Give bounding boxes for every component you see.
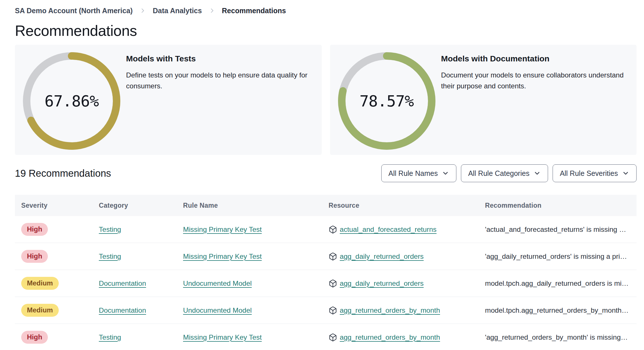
recommendations-count: 19 Recommendations xyxy=(15,168,111,179)
resource-link[interactable]: agg_daily_returned_orders xyxy=(340,252,424,260)
cube-icon xyxy=(329,225,337,234)
chevron-right-icon xyxy=(140,7,146,14)
models-with-tests-card: 67.86% Models with Tests Define tests on… xyxy=(15,45,322,155)
filter-label: All Rule Categories xyxy=(468,169,529,178)
severity-badge: Medium xyxy=(21,304,59,317)
filter-bar: All Rule Names All Rule Categories All R… xyxy=(381,164,637,182)
filter-label: All Rule Names xyxy=(388,169,438,178)
tests-coverage-percent: 67.86% xyxy=(23,52,120,150)
rule-name-link[interactable]: Missing Primary Key Test xyxy=(183,225,262,233)
category-link[interactable]: Documentation xyxy=(99,306,146,314)
category-link[interactable]: Testing xyxy=(99,252,121,260)
models-with-documentation-card: 78.57% Models with Documentation Documen… xyxy=(330,45,637,155)
filter-label: All Rule Severities xyxy=(560,169,618,178)
breadcrumb: SA Demo Account (North America) Data Ana… xyxy=(15,6,637,15)
severity-badge: High xyxy=(21,250,48,263)
documentation-coverage-donut-chart: 78.57% xyxy=(338,52,435,150)
breadcrumb-item-data-analytics[interactable]: Data Analytics xyxy=(153,7,202,15)
column-header-rule-name: Rule Name xyxy=(183,202,329,209)
filter-rule-categories-dropdown[interactable]: All Rule Categories xyxy=(461,164,548,182)
chevron-right-icon xyxy=(209,7,215,14)
category-link[interactable]: Testing xyxy=(99,225,121,233)
rule-name-link[interactable]: Undocumented Model xyxy=(183,279,252,287)
filter-rule-severities-dropdown[interactable]: All Rule Severities xyxy=(553,164,637,182)
recommendation-text: model.tpch.agg_daily_returned_orders is … xyxy=(485,279,630,287)
column-header-severity: Severity xyxy=(21,202,99,209)
cube-icon xyxy=(329,252,337,261)
category-link[interactable]: Testing xyxy=(99,333,121,341)
category-link[interactable]: Documentation xyxy=(99,279,146,287)
breadcrumb-item-account[interactable]: SA Demo Account (North America) xyxy=(15,7,133,15)
severity-badge: High xyxy=(21,331,48,344)
rule-name-link[interactable]: Missing Primary Key Test xyxy=(183,252,262,260)
table-header-row: Severity Category Rule Name Resource Rec… xyxy=(15,195,637,216)
breadcrumb-item-current: Recommendations xyxy=(222,7,286,15)
table-row: High Testing Missing Primary Key Test ag… xyxy=(15,243,637,270)
chevron-down-icon xyxy=(442,170,449,177)
cube-icon xyxy=(329,306,337,315)
page-title: Recommendations xyxy=(15,22,637,39)
severity-badge: High xyxy=(21,223,48,236)
resource-link[interactable]: agg_daily_returned_orders xyxy=(340,279,424,287)
documentation-coverage-percent: 78.57% xyxy=(338,52,435,150)
rule-name-link[interactable]: Missing Primary Key Test xyxy=(183,333,262,341)
table-row: Medium Documentation Undocumented Model … xyxy=(15,297,637,324)
recommendations-page: SA Demo Account (North America) Data Ana… xyxy=(0,0,644,350)
recommendation-text: model.tpch.agg_returned_orders_by_month … xyxy=(485,306,630,314)
recommendation-text: 'actual_and_forecasted_returns' is missi… xyxy=(485,225,630,234)
card-description: Document your models to ensure collabora… xyxy=(441,70,625,92)
card-description: Define tests on your models to help ensu… xyxy=(126,70,310,92)
recommendations-table: Severity Category Rule Name Resource Rec… xyxy=(15,195,637,350)
chevron-down-icon xyxy=(533,170,541,177)
column-header-recommendation: Recommendation xyxy=(485,202,630,209)
chevron-down-icon xyxy=(622,170,629,177)
resource-link[interactable]: actual_and_forecasted_returns xyxy=(340,225,437,234)
list-header: 19 Recommendations All Rule Names All Ru… xyxy=(15,164,637,182)
table-row: Medium Documentation Undocumented Model … xyxy=(15,270,637,297)
summary-cards: 67.86% Models with Tests Define tests on… xyxy=(15,45,637,155)
column-header-resource: Resource xyxy=(329,202,485,209)
table-row: High Testing Missing Primary Key Test ac… xyxy=(15,216,637,243)
resource-link[interactable]: agg_returned_orders_by_month xyxy=(340,306,440,314)
column-header-category: Category xyxy=(99,202,183,209)
card-title-models-with-tests: Models with Tests xyxy=(126,54,310,63)
table-row: High Testing Missing Primary Key Test ag… xyxy=(15,324,637,350)
recommendation-text: 'agg_daily_returned_orders' is missing a… xyxy=(485,252,630,260)
cube-icon xyxy=(329,279,337,288)
resource-link[interactable]: agg_returned_orders_by_month xyxy=(340,333,440,341)
filter-rule-names-dropdown[interactable]: All Rule Names xyxy=(381,164,456,182)
tests-coverage-donut-chart: 67.86% xyxy=(23,52,120,150)
card-title-models-with-documentation: Models with Documentation xyxy=(441,54,625,63)
recommendation-text: 'agg_returned_orders_by_month' is missin… xyxy=(485,333,630,341)
severity-badge: Medium xyxy=(21,277,59,290)
cube-icon xyxy=(329,333,337,342)
rule-name-link[interactable]: Undocumented Model xyxy=(183,306,252,314)
